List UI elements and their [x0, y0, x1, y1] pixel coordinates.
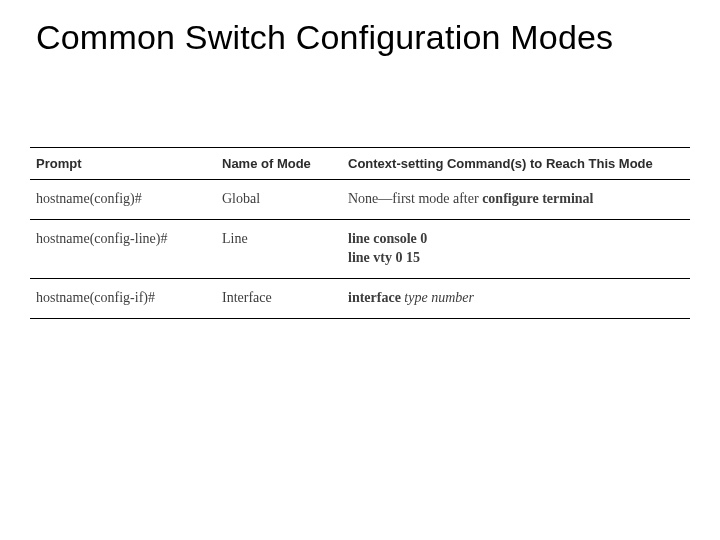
- cell-mode: Global: [216, 180, 342, 220]
- table-header-row: Prompt Name of Mode Context-setting Comm…: [30, 148, 690, 180]
- cell-prompt: hostname(config-if)#: [30, 278, 216, 318]
- cmd-bold: interface: [348, 290, 401, 305]
- cell-command: interface type number: [342, 278, 690, 318]
- cell-command: line console 0 line vty 0 15: [342, 219, 690, 278]
- table-row: hostname(config-line)# Line line console…: [30, 219, 690, 278]
- table-row: hostname(config-if)# Interface interface…: [30, 278, 690, 318]
- cmd-bold: line vty 0 15: [348, 249, 680, 268]
- cell-prompt: hostname(config)#: [30, 180, 216, 220]
- cell-command: None—first mode after configure terminal: [342, 180, 690, 220]
- header-mode: Name of Mode: [216, 148, 342, 180]
- table-row: hostname(config)# Global None—first mode…: [30, 180, 690, 220]
- cmd-italic: type number: [401, 290, 474, 305]
- slide: Common Switch Configuration Modes Prompt…: [0, 0, 720, 540]
- page-title: Common Switch Configuration Modes: [36, 18, 690, 57]
- cmd-text: None—first mode after: [348, 191, 482, 206]
- config-modes-table: Prompt Name of Mode Context-setting Comm…: [30, 147, 690, 319]
- cell-mode: Line: [216, 219, 342, 278]
- header-prompt: Prompt: [30, 148, 216, 180]
- header-command: Context-setting Command(s) to Reach This…: [342, 148, 690, 180]
- cmd-bold: configure terminal: [482, 191, 593, 206]
- cell-mode: Interface: [216, 278, 342, 318]
- cmd-bold: line console 0: [348, 230, 680, 249]
- cell-prompt: hostname(config-line)#: [30, 219, 216, 278]
